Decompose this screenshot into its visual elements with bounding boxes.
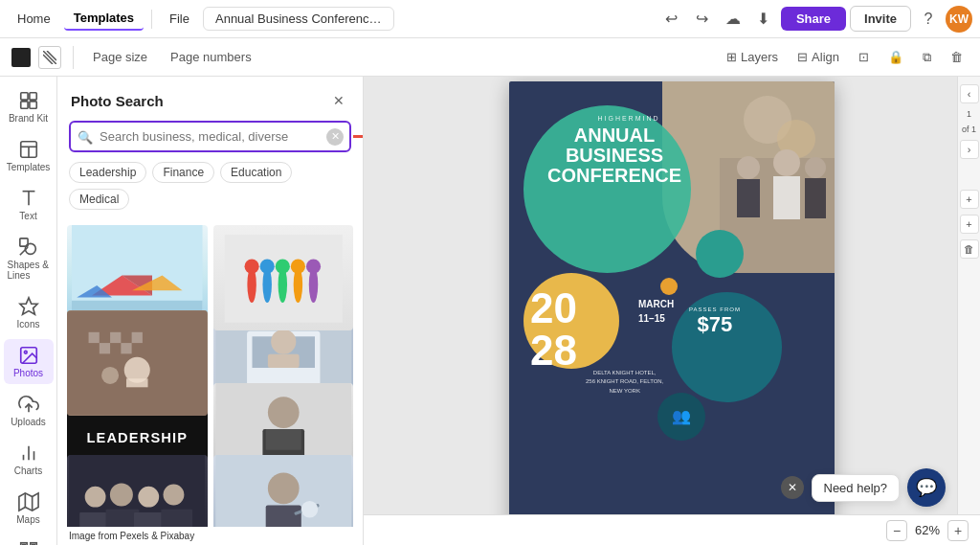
resize-button[interactable]: ⊡: [853, 48, 875, 66]
nav-templates[interactable]: Templates: [64, 7, 144, 31]
sidebar-item-charts[interactable]: Charts: [4, 437, 54, 482]
tag-medical[interactable]: Medical: [69, 189, 129, 210]
tag-education[interactable]: Education: [220, 162, 292, 183]
svg-point-74: [110, 483, 133, 506]
cloud-button[interactable]: ☁: [720, 6, 746, 33]
help-close-button[interactable]: ✕: [781, 476, 804, 499]
page-numbers-button[interactable]: Page numbers: [163, 48, 259, 66]
invite-button[interactable]: Invite: [850, 6, 911, 32]
photos-icon: [18, 345, 39, 366]
page-of: of 1: [962, 125, 976, 134]
nav-home[interactable]: Home: [8, 8, 60, 30]
scroll-action-2[interactable]: +: [960, 215, 979, 234]
align-button[interactable]: ⊟ Align: [791, 48, 845, 66]
undo-button[interactable]: ↩: [658, 6, 685, 33]
sidebar-item-icons[interactable]: Icons: [4, 290, 54, 335]
bottom-bar: − 62% +: [364, 514, 980, 545]
search-container: 🔍 ✕: [69, 121, 351, 152]
duplicate-icon: ⧉: [923, 50, 931, 65]
svg-rect-91: [737, 179, 760, 217]
page-size-button[interactable]: Page size: [85, 48, 155, 66]
svg-rect-55: [100, 343, 110, 353]
photo-thumb-7[interactable]: [67, 455, 208, 527]
scroll-up-button[interactable]: ‹: [960, 84, 979, 103]
templates-icon: [18, 139, 39, 160]
scroll-down-button[interactable]: ›: [960, 140, 979, 159]
svg-text:LEADERSHIP: LEADERSHIP: [86, 430, 188, 445]
sidebar-item-templates[interactable]: Templates: [4, 133, 54, 178]
help-bubble: ✕ Need help? 💬: [781, 468, 947, 507]
photo-phone-art: [213, 455, 354, 527]
sidebar-item-brand-kit[interactable]: Brand Kit: [4, 84, 54, 129]
maps-icon: [18, 491, 39, 512]
color-picker[interactable]: [11, 48, 31, 67]
svg-marker-22: [18, 493, 37, 511]
sidebar-item-text[interactable]: Text: [4, 182, 54, 227]
svg-rect-6: [29, 102, 35, 108]
scroll-action-3[interactable]: 🗑: [960, 239, 979, 259]
icons-icon: [18, 296, 39, 317]
sidebar-item-maps[interactable]: Maps: [4, 486, 54, 531]
resize-icon: ⊡: [858, 50, 869, 64]
zoom-minus-button[interactable]: −: [886, 520, 907, 541]
nav-file[interactable]: File: [160, 8, 199, 30]
redo-button[interactable]: ↪: [689, 6, 716, 33]
close-panel-button[interactable]: ✕: [328, 90, 349, 111]
delete-button[interactable]: 🗑: [945, 48, 969, 66]
photo-thumb-8[interactable]: [213, 455, 354, 527]
right-scroll-panel: ‹ 1 of 1 › + + 🗑: [957, 77, 980, 545]
pattern-button[interactable]: [38, 46, 61, 69]
search-input[interactable]: [69, 121, 351, 152]
svg-rect-83: [265, 505, 301, 527]
svg-rect-5: [20, 102, 27, 108]
svg-point-46: [244, 260, 258, 274]
tag-finance[interactable]: Finance: [152, 162, 214, 183]
lock-button[interactable]: 🔒: [882, 48, 909, 66]
photo-pegs-art: [213, 235, 354, 323]
svg-point-85: [301, 501, 317, 517]
sidebar-item-photos[interactable]: Photos: [4, 339, 54, 384]
avatar[interactable]: KW: [946, 6, 972, 33]
poster-date: MARCH 11–15: [638, 297, 674, 326]
toolbar-right: ⊞ Layers ⊟ Align ⊡ 🔒 ⧉ 🗑: [721, 48, 969, 67]
scroll-action-1[interactable]: +: [960, 190, 979, 209]
page-current: 1: [967, 109, 971, 119]
arrow-line: [353, 135, 364, 138]
text-icon: [18, 188, 39, 209]
photo-chess-art: [67, 310, 208, 416]
sidebar-item-uploads[interactable]: Uploads: [4, 388, 54, 433]
photo-thumb-2[interactable]: [213, 225, 354, 330]
svg-point-82: [267, 472, 299, 504]
duplicate-button[interactable]: ⧉: [917, 48, 937, 67]
photo-group-art: [67, 455, 208, 527]
layers-button[interactable]: ⊞ Layers: [721, 48, 784, 66]
pattern-icon: [43, 51, 56, 64]
sidebar-item-shapes[interactable]: Shapes & Lines: [4, 231, 54, 286]
svg-rect-79: [134, 512, 166, 527]
svg-marker-15: [19, 298, 36, 314]
svg-point-75: [138, 486, 159, 507]
canvas-area: HIGHERMIND ANNUAL BUSINESS CONFERENCE 👥: [364, 77, 980, 545]
clear-search-icon[interactable]: ✕: [326, 128, 344, 146]
sidebar-item-qrcode[interactable]: QR Code: [4, 534, 54, 545]
share-button[interactable]: Share: [781, 7, 846, 31]
tag-leadership[interactable]: Leadership: [69, 162, 146, 183]
poster-passes: PASSES FROM $75: [689, 307, 741, 337]
help-icon-button[interactable]: ?: [915, 6, 942, 33]
poster-year: 20 28: [530, 287, 577, 372]
svg-point-76: [164, 484, 185, 505]
svg-point-69: [267, 397, 299, 428]
nav-divider-1: [151, 10, 152, 29]
doc-title-button[interactable]: Annual Business Conference Even...: [203, 7, 394, 31]
svg-rect-71: [265, 429, 301, 450]
photo-thumb-3[interactable]: [67, 310, 208, 416]
svg-rect-4: [29, 93, 35, 100]
download-button[interactable]: ⬇: [750, 6, 777, 33]
svg-point-94: [805, 157, 826, 178]
photo-footer: Image from Pexels & Pixabay: [57, 527, 363, 545]
poster-location: DELTA KNIGHT HOTEL, 256 KNIGHT ROAD, FEL…: [586, 369, 663, 397]
main-layout: Brand Kit Templates Text Shapes & Lines: [0, 77, 980, 545]
tag-bar: Leadership Finance Education Medical: [57, 162, 363, 219]
chat-button[interactable]: 💬: [907, 468, 946, 507]
zoom-plus-button[interactable]: +: [947, 520, 969, 541]
